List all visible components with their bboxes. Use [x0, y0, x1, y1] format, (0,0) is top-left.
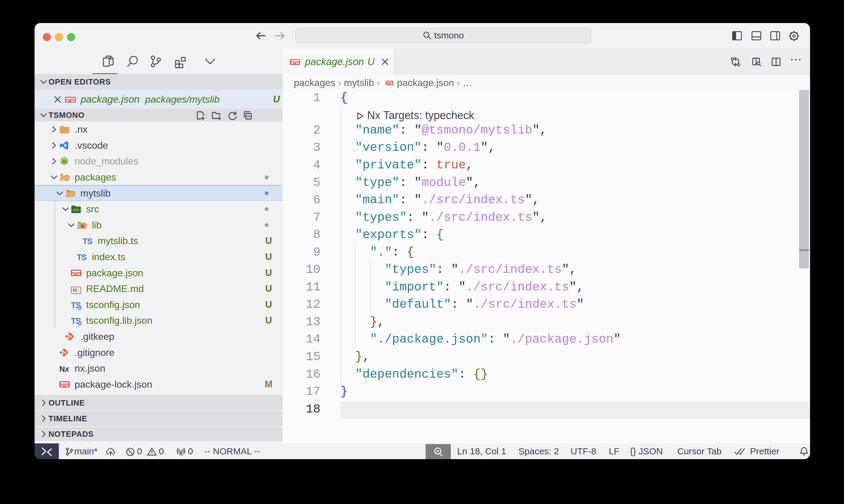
- svg-text:JS: JS: [62, 159, 67, 164]
- svg-text:</>: </>: [73, 207, 80, 212]
